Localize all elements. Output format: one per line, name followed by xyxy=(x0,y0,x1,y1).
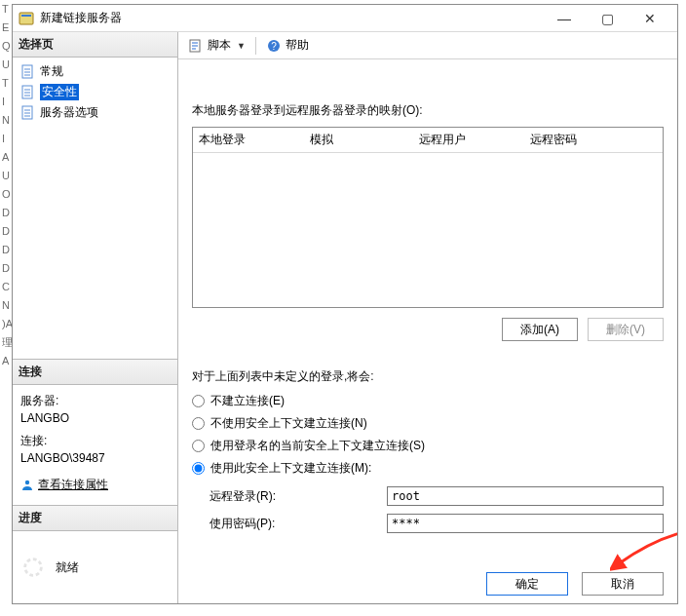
radio-intro: 对于上面列表中未定义的登录,将会: xyxy=(192,368,664,385)
dialog-body: 选择页 常规 安全性 服务器选项 连接 服务器: LANGBO xyxy=(13,32,677,603)
content-area: 本地服务器登录到远程服务器登录的映射(O): 本地登录 模拟 远程用户 远程密码… xyxy=(178,59,677,603)
dialog-window: 新建链接服务器 — ▢ ✕ 选择页 常规 安全性 服务器选项 xyxy=(12,4,678,604)
page-item-label: 服务器选项 xyxy=(40,104,98,121)
server-label: 服务器: xyxy=(20,393,170,409)
svg-rect-0 xyxy=(19,13,33,24)
col-remote-user: 远程用户 xyxy=(413,128,524,152)
remote-login-label: 远程登录(R): xyxy=(192,488,387,505)
col-impersonate: 模拟 xyxy=(304,128,413,152)
script-label: 脚本 xyxy=(208,37,231,54)
radio-no-connection-input[interactable] xyxy=(192,395,205,407)
mapping-grid[interactable]: 本地登录 模拟 远程用户 远程密码 xyxy=(192,127,664,308)
window-maximize-button[interactable]: ▢ xyxy=(586,5,629,32)
person-icon xyxy=(20,479,34,492)
remote-login-input[interactable] xyxy=(387,486,664,506)
password-input[interactable] xyxy=(387,514,664,533)
app-icon xyxy=(19,11,34,26)
page-icon xyxy=(20,85,36,100)
mapping-grid-header: 本地登录 模拟 远程用户 远程密码 xyxy=(193,128,663,153)
minimize-icon: — xyxy=(557,11,571,26)
page-icon xyxy=(20,105,36,121)
radio-block: 对于上面列表中未定义的登录,将会: 不建立连接(E) 不使用安全上下文建立连接(… xyxy=(192,368,664,533)
window-close-button[interactable]: ✕ xyxy=(629,5,671,32)
radio-current-security-context-label: 使用登录名的当前安全上下文建立连接(S) xyxy=(210,438,425,454)
svg-point-6 xyxy=(25,559,42,576)
left-pane: 选择页 常规 安全性 服务器选项 连接 服务器: LANGBO xyxy=(13,32,178,603)
ok-button[interactable]: 确定 xyxy=(486,572,568,596)
delete-button-label: 删除(V) xyxy=(606,322,645,338)
svg-rect-1 xyxy=(21,15,31,17)
delete-button: 删除(V) xyxy=(588,318,664,341)
window-minimize-button[interactable]: — xyxy=(543,5,586,32)
toolbar: 脚本 ▼ ? 帮助 xyxy=(178,32,677,59)
page-icon xyxy=(20,64,36,80)
help-button[interactable]: ? 帮助 xyxy=(262,35,313,56)
script-button[interactable]: 脚本 ▼ xyxy=(184,35,249,56)
mapping-label: 本地服务器登录到远程服务器登录的映射(O): xyxy=(192,102,664,119)
connection-label: 连接: xyxy=(20,433,170,449)
help-label: 帮助 xyxy=(286,37,309,54)
radio-no-security-context-label: 不使用安全上下文建立连接(N) xyxy=(210,415,367,432)
svg-point-5 xyxy=(25,480,29,483)
cancel-button[interactable]: 取消 xyxy=(582,572,664,596)
password-label: 使用密码(P): xyxy=(192,516,387,532)
view-connection-properties-link[interactable]: 查看连接属性 xyxy=(20,477,170,493)
page-tree: 常规 安全性 服务器选项 xyxy=(13,58,177,360)
view-connection-properties-label: 查看连接属性 xyxy=(38,477,108,493)
page-item-label: 安全性 xyxy=(40,84,79,100)
radio-no-security-context[interactable]: 不使用安全上下文建立连接(N) xyxy=(192,415,664,432)
select-page-header: 选择页 xyxy=(13,32,177,58)
page-item-general[interactable]: 常规 xyxy=(17,61,177,82)
maximize-icon: ▢ xyxy=(601,11,614,26)
help-icon: ? xyxy=(266,38,282,54)
radio-current-security-context-input[interactable] xyxy=(192,440,205,452)
add-delete-row: 添加(A) 删除(V) xyxy=(192,318,664,341)
radio-this-security-context[interactable]: 使用此安全上下文建立连接(M): xyxy=(192,460,664,477)
radio-no-security-context-input[interactable] xyxy=(192,417,205,430)
ok-button-label: 确定 xyxy=(515,576,539,593)
right-pane: 脚本 ▼ ? 帮助 本地服务器登录到远程服务器登录的映射(O): 本地登录 模拟… xyxy=(178,32,677,603)
mapping-grid-body[interactable] xyxy=(193,153,663,307)
col-remote-password: 远程密码 xyxy=(524,128,663,152)
connection-value: LANGBO\39487 xyxy=(20,451,170,465)
radio-current-security-context[interactable]: 使用登录名的当前安全上下文建立连接(S) xyxy=(192,438,664,454)
window-title: 新建链接服务器 xyxy=(40,10,122,26)
radio-no-connection-label: 不建立连接(E) xyxy=(210,393,285,409)
spinner-icon xyxy=(20,555,46,580)
toolbar-separator xyxy=(255,37,256,55)
add-button[interactable]: 添加(A) xyxy=(502,318,578,341)
page-item-server-options[interactable]: 服务器选项 xyxy=(17,102,177,123)
chevron-down-icon: ▼ xyxy=(237,41,246,51)
svg-text:?: ? xyxy=(271,41,277,52)
page-item-label: 常规 xyxy=(40,63,63,80)
progress-status: 就绪 xyxy=(56,559,79,576)
server-value: LANGBO xyxy=(20,411,170,425)
add-button-label: 添加(A) xyxy=(520,322,559,338)
script-icon xyxy=(188,38,204,54)
progress-header: 进度 xyxy=(13,506,177,531)
titlebar: 新建链接服务器 — ▢ ✕ xyxy=(13,5,677,32)
radio-this-security-context-input[interactable] xyxy=(192,462,205,475)
radio-this-security-context-label: 使用此安全上下文建立连接(M): xyxy=(210,460,371,477)
close-icon: ✕ xyxy=(644,11,656,26)
cancel-button-label: 取消 xyxy=(611,576,634,593)
radio-no-connection[interactable]: 不建立连接(E) xyxy=(192,393,664,409)
progress-block: 就绪 xyxy=(13,531,177,603)
connection-header: 连接 xyxy=(13,360,177,385)
credentials-grid: 远程登录(R): 使用密码(P): xyxy=(192,486,664,533)
page-item-security[interactable]: 安全性 xyxy=(17,82,177,102)
dialog-buttons: 确定 取消 xyxy=(486,572,664,596)
col-local-login: 本地登录 xyxy=(193,128,304,152)
connection-block: 服务器: LANGBO 连接: LANGBO\39487 查看连接属性 xyxy=(13,385,177,506)
